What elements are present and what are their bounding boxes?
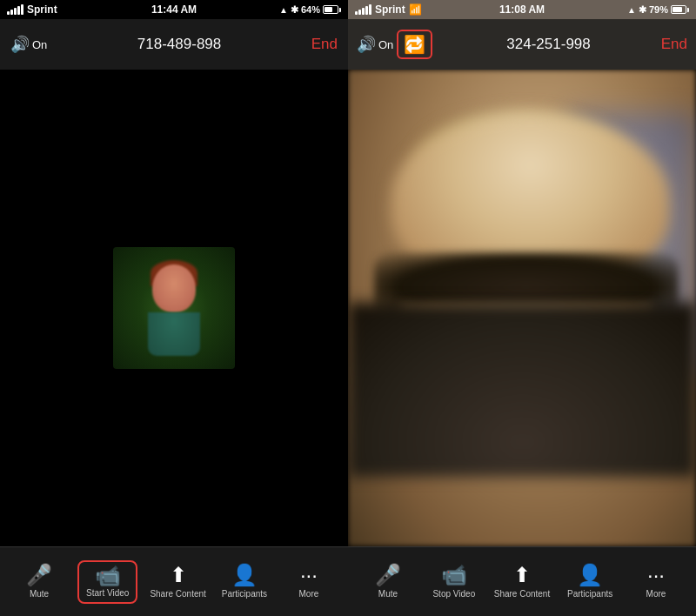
right-video-icon: 📹 bbox=[441, 565, 467, 586]
left-face-body bbox=[148, 312, 200, 356]
right-stop-video-button[interactable]: 📹 Stop Video bbox=[428, 565, 480, 599]
left-start-video-button[interactable]: 📹 Start Video bbox=[77, 560, 137, 604]
right-status-carrier-group: Sprint 📶 bbox=[355, 3, 422, 16]
right-wifi-icon: 📶 bbox=[409, 3, 422, 16]
left-bluetooth-icon: ✱ bbox=[291, 4, 298, 16]
left-carrier-label: Sprint bbox=[27, 3, 57, 16]
right-status-bar: Sprint 📶 11:08 AM ▲ ✱ 79% bbox=[348, 0, 696, 19]
left-end-button[interactable]: End bbox=[311, 36, 338, 53]
camera-flip-icon: 🔁 bbox=[404, 34, 425, 55]
right-mute-button[interactable]: 🎤 Mute bbox=[362, 565, 414, 599]
right-mute-label: Mute bbox=[378, 589, 398, 599]
left-speaker-icon: 🔊 bbox=[10, 35, 30, 54]
right-share-label: Share Content bbox=[494, 589, 551, 599]
right-end-button[interactable]: End bbox=[661, 36, 687, 53]
left-face-container bbox=[113, 247, 235, 369]
right-share-content-button[interactable]: ⬆ Share Content bbox=[494, 565, 551, 599]
left-start-video-label: Start Video bbox=[86, 588, 129, 599]
left-participants-label: Participants bbox=[222, 589, 267, 599]
left-status-carrier-group: Sprint bbox=[7, 3, 57, 16]
right-time: 11:08 AM bbox=[499, 3, 545, 16]
right-shoulder bbox=[348, 303, 696, 477]
right-more-button[interactable]: ··· More bbox=[630, 565, 682, 599]
left-status-bar: Sprint 11:44 AM ▲ ✱ 64% bbox=[0, 0, 348, 19]
right-participants-button[interactable]: 👤 Participants bbox=[564, 565, 616, 599]
left-video-area bbox=[0, 70, 348, 546]
right-share-icon: ⬆ bbox=[513, 565, 531, 586]
right-bluetooth-icon: ✱ bbox=[639, 4, 646, 16]
right-speaker-on[interactable]: 🔊 On bbox=[357, 35, 393, 54]
right-stop-video-label: Stop Video bbox=[432, 589, 475, 599]
left-participants-icon: 👤 bbox=[231, 565, 258, 586]
right-face-overlay bbox=[348, 70, 696, 546]
right-participants-label: Participants bbox=[567, 589, 612, 599]
right-call-bar: 🔊 On 🔁 324-251-998 End bbox=[348, 19, 696, 70]
signal-bars-left bbox=[7, 4, 23, 15]
right-more-label: More bbox=[646, 589, 666, 599]
right-carrier-label: Sprint bbox=[375, 3, 405, 16]
right-bottom-toolbar: 🎤 Mute 📹 Stop Video ⬆ Share Content 👤 Pa… bbox=[348, 546, 696, 616]
left-mute-button[interactable]: 🎤 Mute bbox=[13, 565, 65, 599]
right-location-icon: ▲ bbox=[627, 5, 636, 15]
left-more-icon: ··· bbox=[300, 565, 318, 586]
right-participants-icon: 👤 bbox=[577, 565, 603, 586]
right-speaker-icon: 🔊 bbox=[357, 35, 376, 54]
left-participants-button[interactable]: 👤 Participants bbox=[218, 565, 271, 599]
left-speaker-label: On bbox=[32, 38, 47, 51]
left-time: 11:44 AM bbox=[151, 3, 197, 16]
left-face-head bbox=[152, 264, 196, 312]
right-battery-pct: 79% bbox=[649, 4, 668, 15]
left-video-thumbnail bbox=[113, 247, 235, 369]
left-status-right: ▲ ✱ 64% bbox=[279, 4, 341, 16]
left-mute-icon: 🎤 bbox=[26, 565, 52, 586]
left-battery-pct: 64% bbox=[301, 4, 320, 15]
left-video-icon: 📹 bbox=[95, 566, 121, 586]
right-battery-icon bbox=[671, 5, 689, 14]
left-more-label: More bbox=[299, 589, 319, 599]
left-face-figure bbox=[139, 260, 209, 356]
left-battery-icon bbox=[323, 5, 341, 14]
right-speaker-label: On bbox=[378, 38, 393, 51]
right-phone-number: 324-251-998 bbox=[436, 36, 660, 53]
camera-flip-button[interactable]: 🔁 bbox=[397, 30, 432, 59]
left-more-button[interactable]: ··· More bbox=[283, 565, 335, 599]
left-phone-number: 718-489-898 bbox=[47, 36, 311, 53]
left-share-label: Share Content bbox=[150, 589, 206, 599]
left-panel: Sprint 11:44 AM ▲ ✱ 64% 🔊 On 718-489-898… bbox=[0, 0, 348, 616]
right-more-icon: ··· bbox=[647, 565, 665, 586]
right-video-area bbox=[348, 70, 696, 546]
left-location-icon: ▲ bbox=[279, 5, 288, 15]
left-share-icon: ⬆ bbox=[170, 565, 187, 586]
left-speaker-on[interactable]: 🔊 On bbox=[10, 35, 47, 54]
left-call-bar: 🔊 On 718-489-898 End bbox=[0, 19, 348, 70]
left-share-content-button[interactable]: ⬆ Share Content bbox=[150, 565, 206, 599]
right-mute-icon: 🎤 bbox=[375, 565, 401, 586]
left-bottom-toolbar: 🎤 Mute 📹 Start Video ⬆ Share Content 👤 P… bbox=[0, 546, 348, 616]
left-mute-label: Mute bbox=[30, 589, 49, 599]
right-panel: Sprint 📶 11:08 AM ▲ ✱ 79% 🔊 On 🔁 324-251… bbox=[348, 0, 696, 616]
right-status-right: ▲ ✱ 79% bbox=[627, 4, 689, 16]
signal-bars-right bbox=[355, 4, 371, 15]
